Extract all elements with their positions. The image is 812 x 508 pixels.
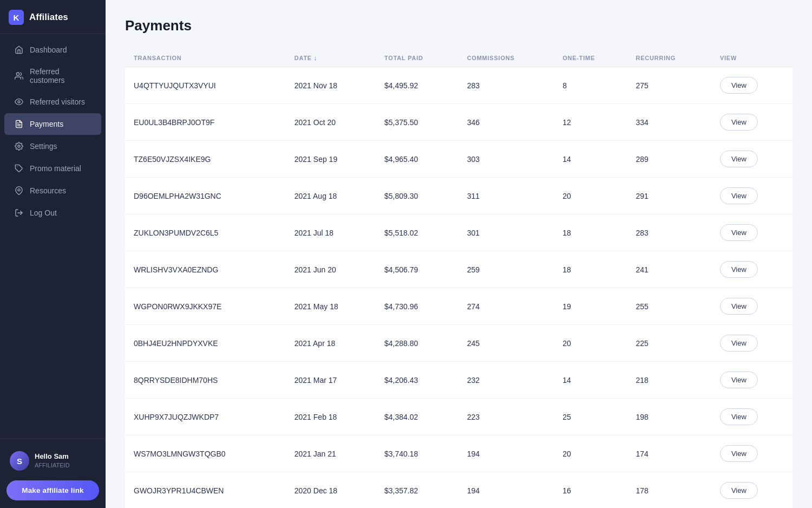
table-row: GWOJR3YPR1U4CBWEN2020 Dec 18$3,357.82194… [125, 472, 793, 509]
table-header: TRANSACTIONDATE↓TOTAL PAIDCOMMISSIONSONE… [125, 49, 793, 67]
cell-transaction: 0BHJ4EU2HNPDYXVKE [125, 325, 286, 362]
view-button[interactable]: View [720, 224, 758, 241]
sidebar-item-referred-visitors[interactable]: Referred visitors [4, 91, 101, 113]
cell-date: 2021 Feb 18 [286, 399, 376, 435]
sidebar-item-resources[interactable]: Resources [4, 180, 101, 201]
cell-recurring: 225 [627, 325, 711, 362]
cell-recurring: 241 [627, 251, 711, 288]
sidebar-item-payments[interactable]: Payments [4, 113, 101, 135]
cell-one_time: 14 [554, 141, 627, 178]
cell-total_paid: $5,375.50 [376, 104, 459, 141]
sidebar-item-dashboard[interactable]: Dashboard [4, 39, 101, 61]
app-logo: K [9, 10, 24, 25]
col-header-view: VIEW [711, 49, 793, 67]
cell-date: 2021 Jan 21 [286, 435, 376, 472]
cell-one_time: 16 [554, 472, 627, 509]
cell-recurring: 174 [627, 435, 711, 472]
table-body: U4QTTYUJQUTX3VYUI2021 Nov 18$4,495.92283… [125, 67, 793, 509]
cell-one_time: 14 [554, 362, 627, 399]
cell-view: View [711, 67, 793, 104]
view-button[interactable]: View [720, 77, 758, 94]
sidebar-bottom: S Hello Sam AFFILIATEID Make affiliate l… [0, 439, 106, 508]
cell-one_time: 20 [554, 178, 627, 214]
cell-transaction: D96OEMLPHA2W31GNC [125, 178, 286, 214]
col-header-commissions: COMMISSIONS [459, 49, 554, 67]
view-button[interactable]: View [720, 187, 758, 204]
cell-date: 2021 Nov 18 [286, 67, 376, 104]
sidebar-item-logout[interactable]: Log Out [4, 202, 101, 224]
view-button[interactable]: View [720, 261, 758, 278]
cell-view: View [711, 178, 793, 214]
cell-view: View [711, 399, 793, 435]
cell-date: 2021 Mar 17 [286, 362, 376, 399]
sidebar-item-referred-customers[interactable]: Referred customers [4, 61, 101, 90]
cell-transaction: TZ6E50VJZSX4IKE9G [125, 141, 286, 178]
view-button[interactable]: View [720, 298, 758, 315]
cell-view: View [711, 472, 793, 509]
cell-recurring: 255 [627, 288, 711, 325]
cell-commissions: 303 [459, 141, 554, 178]
cell-commissions: 311 [459, 178, 554, 214]
make-affiliate-link-button[interactable]: Make affiliate link [6, 480, 99, 500]
view-button[interactable]: View [720, 408, 758, 425]
sidebar-nav: DashboardReferred customersReferred visi… [0, 34, 106, 439]
sidebar-item-label: Referred visitors [30, 97, 85, 106]
users-icon [14, 71, 24, 81]
table-header-row: TRANSACTIONDATE↓TOTAL PAIDCOMMISSIONSONE… [125, 49, 793, 67]
eye-icon [14, 97, 24, 107]
cell-view: View [711, 214, 793, 251]
cell-date: 2020 Dec 18 [286, 472, 376, 509]
cell-total_paid: $4,495.92 [376, 67, 459, 104]
table-row: TZ6E50VJZSX4IKE9G2021 Sep 19$4,965.40303… [125, 141, 793, 178]
col-header-date[interactable]: DATE↓ [286, 49, 376, 67]
cell-one_time: 18 [554, 214, 627, 251]
user-id: AFFILIATEID [35, 461, 70, 469]
sidebar-item-promo-material[interactable]: Promo material [4, 158, 101, 179]
sidebar-item-settings[interactable]: Settings [4, 135, 101, 157]
col-header-one_time: ONE-TIME [554, 49, 627, 67]
view-button[interactable]: View [720, 445, 758, 462]
view-button[interactable]: View [720, 151, 758, 167]
cell-commissions: 232 [459, 362, 554, 399]
cell-total_paid: $4,965.40 [376, 141, 459, 178]
cell-date: 2021 May 18 [286, 288, 376, 325]
cell-total_paid: $4,288.80 [376, 325, 459, 362]
table-row: 8QRRYSDE8IDHM70HS2021 Mar 17$4,206.43232… [125, 362, 793, 399]
table-row: WS7MO3LMNGW3TQGB02021 Jan 21$3,740.18194… [125, 435, 793, 472]
cell-transaction: U4QTTYUJQUTX3VYUI [125, 67, 286, 104]
cell-view: View [711, 435, 793, 472]
svg-point-4 [18, 145, 20, 147]
table-row: EU0UL3B4BRPJ0OT9F2021 Oct 20$5,375.50346… [125, 104, 793, 141]
table-row: ZUKLON3PUMDV2C6L52021 Jul 18$5,518.02301… [125, 214, 793, 251]
cell-total_paid: $5,518.02 [376, 214, 459, 251]
svg-point-6 [18, 189, 20, 191]
sort-arrow-icon: ↓ [314, 55, 317, 61]
tag-icon [14, 164, 24, 173]
user-name: Hello Sam [35, 452, 70, 461]
gear-icon [14, 141, 24, 151]
cell-transaction: WRLISHV3VXA0EZNDG [125, 251, 286, 288]
cell-view: View [711, 325, 793, 362]
col-header-recurring: RECURRING [627, 49, 711, 67]
table-row: XUHP9X7JUQZJWKDP72021 Feb 18$4,384.02223… [125, 399, 793, 435]
view-button[interactable]: View [720, 372, 758, 388]
cell-transaction: WGPON0RWX9JKKX97E [125, 288, 286, 325]
sidebar: K Affiliates DashboardReferred customers… [0, 0, 106, 508]
cell-view: View [711, 141, 793, 178]
view-button[interactable]: View [720, 482, 758, 499]
cell-transaction: XUHP9X7JUQZJWKDP7 [125, 399, 286, 435]
cell-one_time: 8 [554, 67, 627, 104]
cell-view: View [711, 362, 793, 399]
cell-view: View [711, 288, 793, 325]
table-row: WRLISHV3VXA0EZNDG2021 Jun 20$4,506.79259… [125, 251, 793, 288]
view-button[interactable]: View [720, 335, 758, 351]
view-button[interactable]: View [720, 114, 758, 131]
cell-date: 2021 Sep 19 [286, 141, 376, 178]
house-icon [14, 45, 24, 55]
pin-icon [14, 186, 24, 196]
cell-total_paid: $5,809.30 [376, 178, 459, 214]
cell-one_time: 25 [554, 399, 627, 435]
cell-view: View [711, 251, 793, 288]
logout-icon [14, 208, 24, 218]
app-name: Affiliates [29, 12, 68, 23]
